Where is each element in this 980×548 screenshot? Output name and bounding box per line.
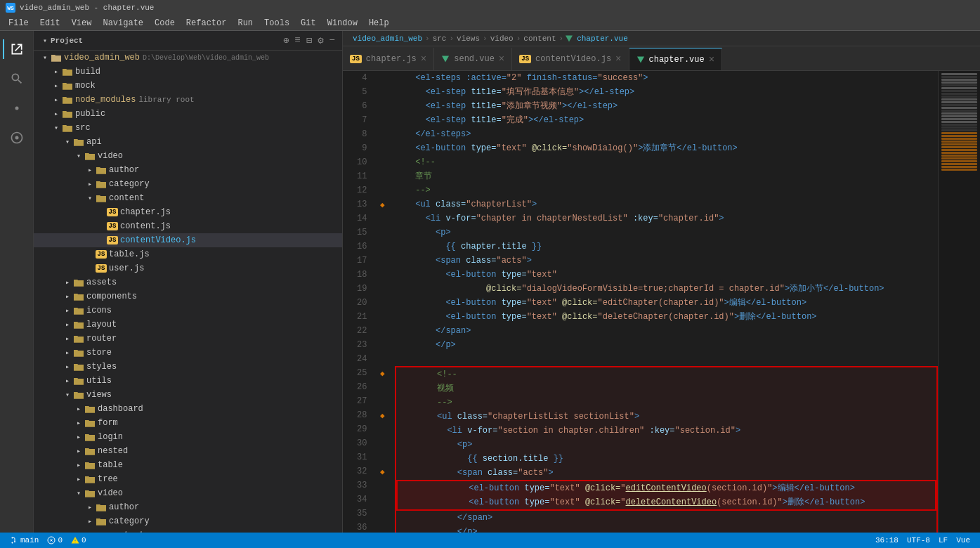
tree-item-assets[interactable]: assets [34,275,342,289]
expand-arrow [51,94,62,105]
vue-tab-icon-active [636,56,645,64]
language-text: Vue [956,536,970,544]
error-icon [47,536,55,544]
tree-item-category-views[interactable]: category [34,514,342,528]
sidebar: Project ⊕ ≡ ⊟ ⚙ − video_admin_web D:\Dev… [34,31,343,533]
encoding[interactable]: UTF-8 [903,536,934,544]
tree-item-node-modules[interactable]: node_modules library root [34,93,342,107]
tree-item-utils[interactable]: utils [34,374,342,388]
menu-item-refactor[interactable]: Refactor [181,15,233,30]
tree-item-content[interactable]: content [34,191,342,205]
code-editor[interactable]: 4 5 6 7 8 9 10 11 12 13 14 15 16 17 18 1… [343,71,980,533]
tree-item-router[interactable]: router [34,332,342,346]
code-line-29: <li v-for="section in chapter.children" … [396,424,936,438]
tree-item-category[interactable]: category [34,177,342,191]
item-label: views [86,390,112,400]
tree-item-table-views[interactable]: table [34,458,342,472]
tab-close-btn[interactable]: × [421,53,426,65]
warning-count[interactable]: 0 [67,536,91,544]
nav-search-icon[interactable] [3,65,31,93]
settings-btn[interactable]: ⚙ [316,34,325,46]
tree-item-views[interactable]: views [34,388,342,402]
code-line-34: <el-button type="text" @click="deleteCon… [398,495,935,509]
tree-item-components[interactable]: components [34,289,342,304]
tree-item-content-js[interactable]: JS content.js [34,219,342,233]
code-line-28: <ul class="chapterListList sectionList"> [396,410,936,424]
item-label: api [86,137,102,147]
file-tree[interactable]: video_admin_web D:\Develop\Web\video_adm… [34,51,342,533]
line-col[interactable]: 36:18 [871,536,903,544]
menu-item-view[interactable]: View [66,15,98,30]
menu-item-code[interactable]: Code [149,15,181,30]
tree-item-nested[interactable]: nested [34,444,342,458]
code-line-36: </p> [396,525,936,533]
tree-item-tree-views[interactable]: tree [34,472,342,486]
tab-chapter-js[interactable]: JS chapter.js × [343,48,434,70]
menu-item-run[interactable]: Run [232,15,259,30]
close-btn[interactable]: − [328,34,337,46]
expand-arrow [84,178,96,190]
menu-item-help[interactable]: Help [363,15,395,30]
tab-chapter-vue[interactable]: chapter.vue × [629,48,723,70]
item-label: layout [86,320,117,330]
menu-item-edit[interactable]: Edit [34,15,66,30]
encoding-text: UTF-8 [907,536,930,544]
tree-item-layout[interactable]: layout [34,318,342,332]
expand-arrow [84,502,96,513]
folder-icon [73,389,84,400]
item-label: author [109,502,139,512]
collapse-btn[interactable]: ≡ [293,34,301,46]
folder-icon [96,502,107,513]
expand-btn[interactable]: ⊟ [305,34,313,46]
tree-item-public[interactable]: public [34,107,342,121]
folder-icon [62,66,73,77]
tree-item-author[interactable]: author [34,163,342,177]
tree-item-build[interactable]: build [34,65,342,79]
tab-close-btn[interactable]: × [709,54,714,65]
folder-icon [73,333,84,344]
nav-explorer-icon[interactable] [3,35,31,63]
tree-item-api[interactable]: api [34,135,342,149]
tab-send-vue[interactable]: send.vue × [434,48,512,70]
tree-item-table-js[interactable]: JS table.js [34,247,342,261]
menu-item-file[interactable]: File [3,15,34,30]
breadcrumb-current: chapter.vue [577,34,628,43]
tree-item-form[interactable]: form [34,416,342,430]
tree-item-root[interactable]: video_admin_web D:\Develop\Web\video_adm… [34,51,342,65]
tree-item-store[interactable]: store [34,346,342,360]
gutter-warning-32: ◆ [380,467,385,476]
menu-item-tools[interactable]: Tools [259,15,295,30]
breadcrumb: video_admin_web › src › views › video › … [343,31,980,46]
tree-item-video-views[interactable]: video [34,486,342,500]
nav-git-icon[interactable] [3,94,31,122]
tree-item-icons[interactable]: icons [34,304,342,318]
menu-item-window[interactable]: Window [322,15,363,30]
tree-item-contentvideo-js[interactable]: JS contentVideo.js [34,233,342,247]
tree-item-author-views[interactable]: author [34,500,342,514]
tab-contentvideo-js[interactable]: JS contentVideo.js × [512,48,629,70]
line-ending[interactable]: LF [934,536,952,544]
tree-item-chapter-js[interactable]: JS chapter.js [34,205,342,219]
error-count[interactable]: 0 [43,536,67,544]
js-file-icon: JS [96,249,107,260]
item-label: user.js [109,263,144,273]
git-branch[interactable]: main [6,536,43,544]
language-mode[interactable]: Vue [952,536,974,544]
tree-item-video-api[interactable]: video [34,149,342,163]
code-line-16: {{ chapter.title }} [395,240,938,254]
tree-item-login[interactable]: login [34,430,342,444]
tree-item-mock[interactable]: mock [34,79,342,93]
locate-btn[interactable]: ⊕ [282,34,290,46]
tab-close-btn[interactable]: × [499,53,504,65]
tree-item-dashboard[interactable]: dashboard [34,402,342,416]
tree-item-user-js[interactable]: JS user.js [34,261,342,275]
folder-icon [96,178,107,190]
code-line-12: --> [395,183,938,197]
tree-item-src[interactable]: src [34,121,342,135]
nav-commit-icon[interactable] [3,124,31,152]
tree-item-styles[interactable]: styles [34,360,342,374]
item-label: assets [86,278,117,287]
tab-close-btn[interactable]: × [615,53,621,65]
menu-item-navigate[interactable]: Navigate [97,15,149,30]
menu-item-git[interactable]: Git [295,15,322,30]
